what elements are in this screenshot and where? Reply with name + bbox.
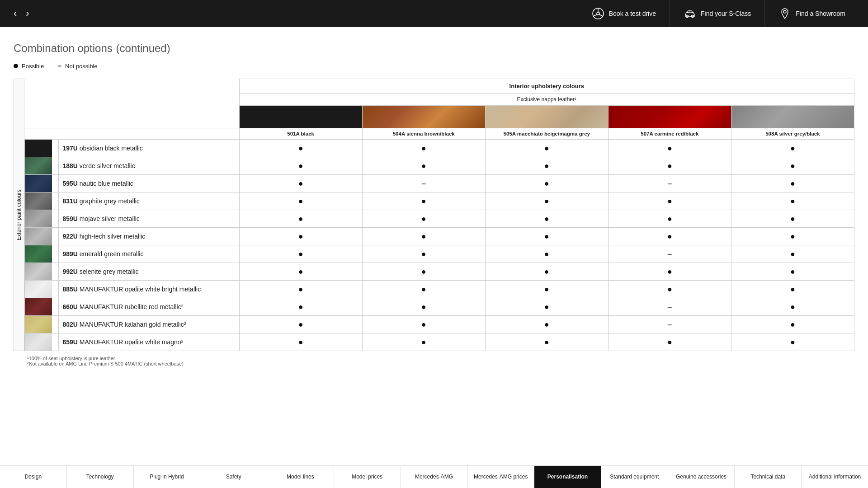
car-icon: ? — [684, 7, 696, 20]
cell-value: ● — [362, 263, 485, 281]
cell-value: ● — [608, 210, 731, 228]
col-label-508A: 508A silver grey/black — [731, 128, 854, 140]
cell-value: ● — [608, 157, 731, 175]
cell-value: ● — [485, 316, 608, 333]
bottom-nav-item-plug-in-hybrid[interactable]: Plug-in Hybrid — [134, 466, 201, 488]
bottom-nav-item-mercedes-amg-prices[interactable]: Mercedes-AMG prices — [467, 466, 534, 488]
cell-value: – — [362, 175, 485, 192]
bottom-nav-item-personalisation[interactable]: Personalisation — [534, 466, 601, 488]
cell-value: ● — [485, 210, 608, 228]
cell-value: ● — [239, 263, 362, 281]
table-row: 859U mojave silver metallic●●●●● — [25, 210, 854, 228]
cell-value: ● — [485, 228, 608, 245]
cell-value: ● — [485, 245, 608, 263]
cell-value: ● — [362, 192, 485, 210]
cell-value: ● — [239, 210, 362, 228]
bottom-nav-item-mercedes-amg[interactable]: Mercedes-AMG — [401, 466, 468, 488]
cell-value: – — [608, 298, 731, 316]
nav-actions: Book a test drive ? Find your S-Class Fi… — [578, 0, 859, 27]
cell-value: ● — [608, 140, 731, 157]
cell-value: – — [608, 316, 731, 333]
cell-value: ● — [485, 157, 608, 175]
interior-colours-header: Interior upholstery colours — [239, 79, 854, 94]
page-subtitle: (continued) — [116, 42, 170, 54]
cell-value: ● — [731, 263, 854, 281]
bottom-nav-item-technology[interactable]: Technology — [67, 466, 134, 488]
exterior-rotated-label: Exterior paint colours — [14, 79, 24, 351]
cell-value: ● — [731, 192, 854, 210]
bottom-navigation: DesignTechnologyPlug-in HybridSafetyMode… — [0, 465, 868, 488]
cell-value: ● — [239, 298, 362, 316]
cell-value: ● — [239, 157, 362, 175]
table-row: 188U verde silver metallic●●●●● — [25, 157, 854, 175]
cell-value: ● — [362, 298, 485, 316]
combination-table: Interior upholstery colours Exclusive na… — [24, 79, 854, 351]
cell-value: ● — [239, 175, 362, 192]
pin-icon — [778, 7, 791, 20]
cell-value: ● — [362, 281, 485, 298]
bottom-nav-item-model-lines[interactable]: Model lines — [267, 466, 334, 488]
footnote-2: ²Not available on AMG Line Premium S 500… — [27, 361, 854, 366]
find-s-class-action[interactable]: ? Find your S-Class — [670, 0, 764, 27]
cell-value: ● — [731, 157, 854, 175]
table-row: 831U graphite grey metallic●●●●● — [25, 192, 854, 210]
possible-dot — [14, 64, 18, 68]
bottom-nav-item-genuine-accessories[interactable]: Genuine accessories — [668, 466, 735, 488]
cell-value: ● — [362, 157, 485, 175]
cell-value: ● — [485, 263, 608, 281]
cell-value: ● — [608, 228, 731, 245]
bottom-nav-item-standard-equipment[interactable]: Standard equipment — [601, 466, 668, 488]
test-drive-label: Book a test drive — [609, 10, 656, 17]
cell-value: ● — [239, 333, 362, 351]
cell-value: ● — [485, 333, 608, 351]
svg-point-1 — [597, 12, 599, 15]
test-drive-action[interactable]: Book a test drive — [578, 0, 670, 27]
cell-value: – — [608, 245, 731, 263]
bottom-nav-item-model-prices[interactable]: Model prices — [334, 466, 401, 488]
table-row: 992U selenite grey metallic●●●●● — [25, 263, 854, 281]
swatch-507A — [608, 106, 731, 128]
bottom-nav-item-additional-information[interactable]: Additional information — [802, 466, 868, 488]
cell-value: ● — [731, 140, 854, 157]
table-container: Exterior paint colours Interior upholste… — [14, 79, 854, 351]
bottom-nav-item-technical-data[interactable]: Technical data — [735, 466, 802, 488]
cell-value: ● — [731, 333, 854, 351]
steering-wheel-icon — [592, 7, 604, 20]
cell-value: ● — [485, 281, 608, 298]
not-possible-label: Not possible — [65, 63, 98, 70]
cell-value: ● — [731, 228, 854, 245]
footnotes: ¹100% of seat upholstery is pure leather… — [14, 356, 854, 366]
top-navigation: ‹ › Book a test drive ? Find your S-Cl — [0, 0, 868, 27]
cell-value: ● — [731, 281, 854, 298]
cell-value: ● — [485, 140, 608, 157]
bottom-nav-item-design[interactable]: Design — [0, 466, 67, 488]
cell-value: ● — [485, 192, 608, 210]
swatch-501A — [239, 106, 362, 128]
find-showroom-action[interactable]: Find a Showroom — [764, 0, 859, 27]
cell-value: ● — [239, 316, 362, 333]
cell-value: ● — [362, 245, 485, 263]
svg-line-3 — [593, 14, 597, 16]
bottom-nav-item-safety[interactable]: Safety — [200, 466, 267, 488]
cell-value: ● — [362, 228, 485, 245]
cell-value: ● — [731, 245, 854, 263]
prev-button[interactable]: ‹ — [9, 0, 21, 27]
footnote-1: ¹100% of seat upholstery is pure leather — [27, 356, 854, 361]
find-showroom-label: Find a Showroom — [796, 10, 845, 17]
swatch-505A — [485, 106, 608, 128]
cell-value: ● — [608, 281, 731, 298]
table-row: 802U MANUFAKTUR kalahari gold metallic²●… — [25, 316, 854, 333]
next-button[interactable]: › — [21, 0, 33, 27]
table-row: 989U emerald green metallic●●●–● — [25, 245, 854, 263]
col-label-504A: 504A sienna brown/black — [362, 128, 485, 140]
cell-value: ● — [608, 333, 731, 351]
legend-possible: Possible — [14, 63, 44, 70]
cell-value: – — [608, 175, 731, 192]
svg-point-8 — [783, 10, 786, 13]
cell-value: ● — [485, 175, 608, 192]
swatch-508A — [731, 106, 854, 128]
cell-value: ● — [239, 228, 362, 245]
cell-value: ● — [731, 175, 854, 192]
page-title: Combination options (continued) — [14, 41, 854, 55]
cell-value: ● — [362, 316, 485, 333]
